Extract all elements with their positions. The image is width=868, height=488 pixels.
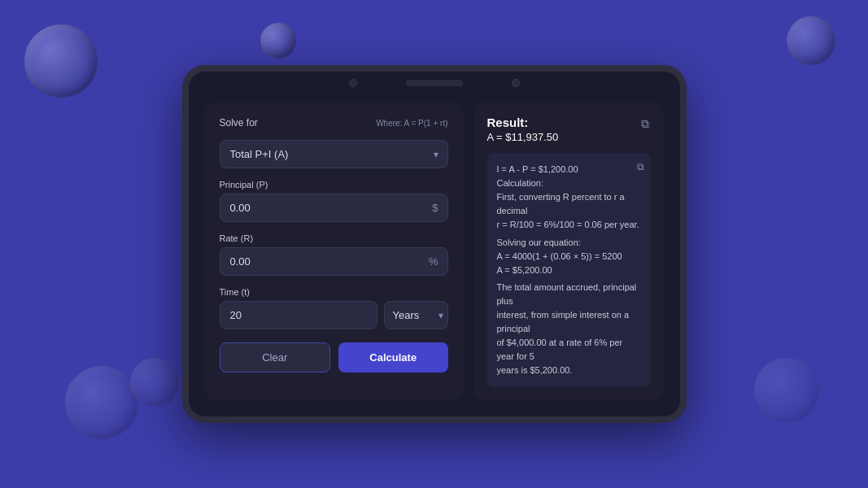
result-detail-card: ⧉ I = A - P = $1,200.00 Calculation: Fir… [487, 153, 651, 387]
result-line-8: The total amount accrued, principal plus [497, 281, 641, 308]
time-unit-select-wrapper[interactable]: Years Months Days ▾ [384, 301, 448, 329]
calculator-panel: Solve for Where: A = P(1 + rt) Total P+I… [205, 102, 463, 400]
background-blob-6 [754, 358, 819, 423]
result-line-1: I = A - P = $1,200.00 [497, 163, 641, 176]
solve-for-label: Solve for [220, 117, 258, 129]
rate-input[interactable] [220, 247, 448, 276]
camera-icon [349, 79, 357, 87]
result-panel: Result: A = $11,937.50 ⧉ ⧉ I = A - P = $… [474, 102, 664, 400]
copy-detail-icon[interactable]: ⧉ [637, 159, 644, 175]
formula-text: Where: A = P(1 + rt) [376, 119, 447, 128]
result-line-2: Calculation: [497, 176, 641, 190]
solve-for-header: Solve for Where: A = P(1 + rt) [220, 117, 448, 129]
background-blob-3 [787, 16, 835, 65]
result-line-3: First, converting R percent to r a decim… [497, 190, 641, 218]
buttons-row: Clear Calculate [220, 342, 448, 373]
solve-for-select[interactable]: Total P+I (A) Principal (P) Rate (R) Tim… [220, 140, 448, 168]
speaker-icon [406, 80, 463, 86]
result-header: Result: A = $11,937.50 ⧉ [487, 115, 651, 143]
background-blob-5 [130, 358, 179, 407]
calculate-button[interactable]: Calculate [338, 342, 448, 373]
time-input-row: Years Months Days ▾ [220, 301, 448, 329]
result-title: Result: [487, 115, 559, 129]
rate-input-row: % [220, 247, 448, 276]
time-input[interactable] [220, 301, 377, 329]
camera-icon-2 [512, 79, 520, 87]
time-field-group: Time (t) Years Months Days ▾ [220, 287, 448, 329]
result-title-group: Result: A = $11,937.50 [487, 115, 559, 143]
principal-field-group: Principal (P) $ [220, 180, 448, 222]
rate-label: Rate (R) [220, 233, 448, 243]
result-line-6: A = 4000(1 + (0.06 × 5)) = 5200 [497, 250, 641, 264]
result-line-10: of $4,000.00 at a rate of 6% per year fo… [497, 336, 641, 364]
principal-label: Principal (P) [220, 180, 448, 190]
result-line-11: years is $5,200.00. [497, 364, 641, 377]
time-label: Time (t) [220, 287, 448, 297]
result-line-4: r = R/100 = 6%/100 = 0.06 per year. [497, 218, 641, 232]
principal-input[interactable] [220, 194, 448, 222]
copy-result-icon[interactable]: ⧉ [639, 115, 651, 133]
result-line-5: Solving our equation: [497, 236, 641, 250]
background-blob-2 [260, 23, 296, 59]
background-blob-1 [24, 24, 98, 98]
tablet-device: Solve for Where: A = P(1 + rt) Total P+I… [182, 65, 687, 423]
tablet-top-bar [189, 72, 680, 94]
rate-field-group: Rate (R) % [220, 233, 448, 276]
result-value: A = $11,937.50 [487, 131, 559, 143]
background-blob-4 [65, 366, 138, 439]
clear-button[interactable]: Clear [220, 342, 331, 373]
result-line-7: A = $5,200.00 [497, 264, 641, 277]
solve-for-select-wrapper[interactable]: Total P+I (A) Principal (P) Rate (R) Tim… [220, 140, 448, 168]
result-line-9: interest, from simple interest on a prin… [497, 308, 641, 336]
principal-input-row: $ [220, 194, 448, 222]
time-unit-select[interactable]: Years Months Days [384, 301, 448, 329]
tablet-content: Solve for Where: A = P(1 + rt) Total P+I… [189, 94, 680, 416]
